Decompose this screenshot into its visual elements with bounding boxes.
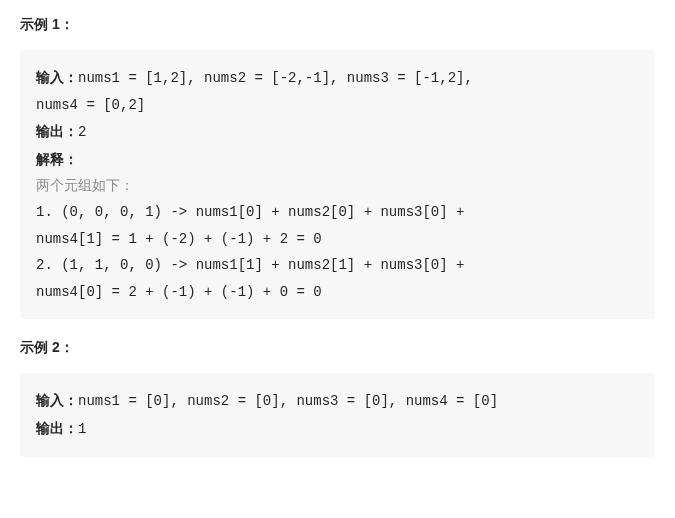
input-value-line2: nums4 = [0,2] <box>36 92 639 119</box>
example-1-heading: 示例 1： <box>20 16 655 34</box>
input-label-2: 输入： <box>36 392 78 408</box>
example-2-block: 输入：nums1 = [0], nums2 = [0], nums3 = [0]… <box>20 373 655 456</box>
calc-1-line-2: nums4[1] = 1 + (-2) + (-1) + 2 = 0 <box>36 226 639 253</box>
example-2-heading: 示例 2： <box>20 339 655 357</box>
output-label: 输出： <box>36 123 78 139</box>
input-value-line1: nums1 = [1,2], nums2 = [-2,-1], nums3 = … <box>78 70 473 86</box>
output-value-2: 1 <box>78 421 86 437</box>
explain-label: 解释： <box>36 146 639 173</box>
output-value: 2 <box>78 124 86 140</box>
tuples-note: 两个元组如下： <box>36 172 639 199</box>
calc-1-line-1: 1. (0, 0, 0, 1) -> nums1[0] + nums2[0] +… <box>36 199 639 226</box>
example-1-block: 输入：nums1 = [1,2], nums2 = [-2,-1], nums3… <box>20 50 655 319</box>
calc-2-line-1: 2. (1, 1, 0, 0) -> nums1[1] + nums2[1] +… <box>36 252 639 279</box>
input-value-2: nums1 = [0], nums2 = [0], nums3 = [0], n… <box>78 393 498 409</box>
calc-2-line-2: nums4[0] = 2 + (-1) + (-1) + 0 = 0 <box>36 279 639 306</box>
input-label: 输入： <box>36 69 78 85</box>
output-label-2: 输出： <box>36 420 78 436</box>
